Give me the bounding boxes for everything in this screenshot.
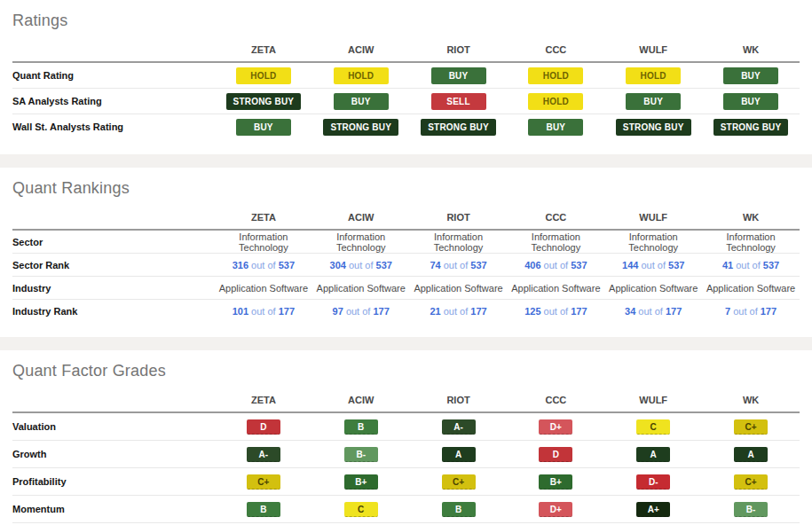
rank-total: 537 [668, 260, 684, 270]
grade-badge[interactable]: B [247, 502, 280, 517]
ticker-header-riot[interactable]: RIOT [410, 39, 508, 62]
cell-text: Information Technology [239, 231, 288, 253]
ticker-header-wulf[interactable]: WULF [604, 39, 702, 62]
rank-separator: out of [635, 306, 666, 317]
rating-badge[interactable]: BUY [528, 119, 583, 136]
grade-badge[interactable]: D [539, 447, 572, 462]
ticker-header-ccc[interactable]: CCC [507, 207, 604, 230]
data-cell: C [604, 412, 702, 441]
grade-badge[interactable]: B [344, 419, 378, 435]
rank-total: 177 [279, 306, 295, 317]
grade-badge[interactable]: C+ [734, 419, 768, 435]
data-cell: STRONG BUY [215, 89, 312, 114]
rank-link[interactable]: 316 out of 537 [233, 260, 295, 270]
grade-badge[interactable]: D- [636, 474, 670, 490]
grade-badge[interactable]: B- [344, 447, 378, 462]
rank-link[interactable]: 41 out of 537 [722, 260, 779, 270]
grade-badge[interactable]: C+ [734, 474, 768, 490]
grade-badge[interactable]: B- [734, 502, 768, 517]
ticker-header-aciw[interactable]: ACIW [312, 389, 410, 412]
data-cell: HOLD [215, 62, 312, 89]
rating-badge[interactable]: BUY [626, 93, 681, 110]
rank-link[interactable]: 7 out of 177 [725, 306, 777, 317]
data-cell: A [604, 441, 702, 468]
rating-badge[interactable]: BUY [334, 93, 389, 110]
ticker-header-ccc[interactable]: CCC [507, 389, 604, 412]
grade-badge[interactable]: A [636, 447, 670, 462]
data-cell: C+ [702, 412, 800, 441]
rating-badge[interactable]: SELL [431, 93, 486, 110]
grade-badge[interactable]: B [442, 502, 476, 517]
rank-link[interactable]: 406 out of 537 [524, 260, 587, 270]
rank-link[interactable]: 304 out of 537 [330, 260, 392, 270]
table-row: IndustryApplication SoftwareApplication … [12, 277, 800, 300]
grade-badge[interactable]: B+ [344, 474, 378, 490]
grade-badge[interactable]: C+ [442, 474, 476, 490]
section-quant-rankings: Quant Rankings ZETAACIWRIOTCCCWULFWKSect… [0, 168, 812, 322]
rank-separator: out of [248, 260, 279, 270]
table-row: Sector Rank316 out of 537304 out of 5377… [12, 254, 800, 277]
rating-badge[interactable]: BUY [723, 93, 778, 110]
rank-separator: out of [343, 306, 374, 317]
data-cell: 316 out of 537 [215, 254, 312, 277]
header-row: ZETAACIWRIOTCCCWULFWK [12, 207, 800, 230]
rank-link[interactable]: 144 out of 537 [622, 260, 684, 270]
grade-badge[interactable]: C [636, 419, 670, 435]
ticker-header-wk[interactable]: WK [702, 389, 800, 412]
rating-badge[interactable]: BUY [431, 67, 486, 84]
header-row: ZETAACIWRIOTCCCWULFWK [12, 389, 800, 412]
ticker-header-wk[interactable]: WK [702, 207, 800, 230]
ticker-header-wulf[interactable]: WULF [604, 389, 702, 412]
grade-badge[interactable]: A+ [636, 502, 670, 517]
cell-text: Application Software [219, 283, 308, 294]
grade-badge[interactable]: A [442, 447, 476, 462]
ticker-header-riot[interactable]: RIOT [410, 389, 508, 412]
rating-badge[interactable]: HOLD [334, 67, 389, 84]
rating-badge[interactable]: HOLD [528, 93, 583, 110]
rank-link[interactable]: 97 out of 177 [333, 306, 390, 317]
ticker-header-aciw[interactable]: ACIW [312, 207, 410, 230]
grade-badge[interactable]: A [734, 447, 768, 462]
ticker-header-zeta[interactable]: ZETA [215, 389, 312, 412]
data-cell: A+ [604, 496, 702, 523]
rating-badge[interactable]: STRONG BUY [421, 119, 496, 136]
rating-badge[interactable]: HOLD [236, 67, 291, 84]
rank-link[interactable]: 125 out of 177 [524, 306, 587, 317]
ticker-header-ccc[interactable]: CCC [507, 39, 604, 62]
rank-link[interactable]: 34 out of 177 [625, 306, 682, 317]
rank-separator: out of [541, 306, 572, 317]
grade-badge[interactable]: D [247, 419, 280, 435]
rating-badge[interactable]: STRONG BUY [226, 93, 302, 110]
data-cell: A [702, 441, 800, 468]
rating-badge[interactable]: BUY [723, 67, 778, 84]
ticker-header-wulf[interactable]: WULF [604, 207, 702, 230]
ticker-header-zeta[interactable]: ZETA [215, 39, 312, 62]
grade-badge[interactable]: C [344, 502, 378, 517]
rating-badge[interactable]: HOLD [626, 67, 681, 84]
quant-rankings-table: ZETAACIWRIOTCCCWULFWKSectorInformation T… [12, 207, 800, 322]
rating-badge[interactable]: BUY [236, 119, 291, 136]
grade-badge[interactable]: A- [442, 419, 476, 435]
rank-link[interactable]: 21 out of 177 [430, 306, 486, 317]
grade-badge[interactable]: C+ [247, 474, 280, 490]
rating-badge[interactable]: HOLD [528, 67, 583, 84]
rank-link[interactable]: 74 out of 537 [430, 260, 486, 270]
grade-badge[interactable]: D+ [539, 502, 572, 517]
grade-badge[interactable]: D+ [539, 419, 572, 435]
grade-badge[interactable]: A- [247, 447, 280, 462]
table-row: ProfitabilityC+B+C+B+D-C+ [12, 468, 800, 496]
grade-badge[interactable]: B+ [539, 474, 572, 490]
ticker-header-zeta[interactable]: ZETA [215, 207, 312, 230]
rank-link[interactable]: 101 out of 177 [233, 306, 295, 317]
data-cell: C+ [215, 468, 312, 496]
rank-value: 97 [333, 306, 343, 317]
ticker-header-wk[interactable]: WK [702, 39, 800, 62]
rating-badge[interactable]: STRONG BUY [616, 119, 691, 136]
ticker-header-riot[interactable]: RIOT [410, 207, 508, 230]
data-cell: 304 out of 537 [312, 254, 410, 277]
data-cell: 97 out of 177 [312, 300, 410, 323]
data-cell: A [410, 441, 508, 468]
rating-badge[interactable]: STRONG BUY [323, 119, 398, 136]
rating-badge[interactable]: STRONG BUY [713, 119, 789, 136]
ticker-header-aciw[interactable]: ACIW [312, 39, 410, 62]
